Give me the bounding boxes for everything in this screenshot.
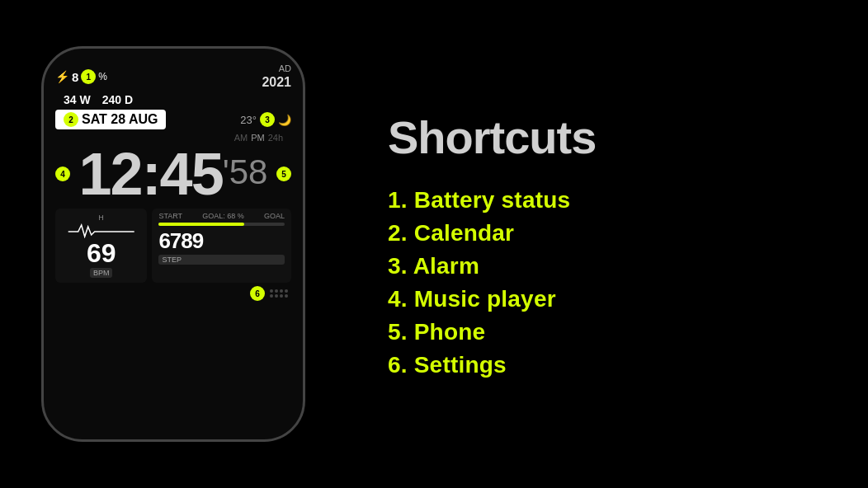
dot	[275, 289, 278, 293]
heart-rate-label: H	[98, 214, 104, 222]
shortcuts-list: 1. Battery status2. Calendar3. Alarm4. M…	[388, 187, 827, 378]
date-box: 2 SAT 28 AUG	[55, 110, 166, 129]
moon-icon: 🌙	[278, 114, 291, 126]
shortcuts-list-item: 2. Calendar	[388, 220, 827, 246]
health-row: H 69 BPM START GOAL: 68 % GOAL 6789 STEP	[55, 209, 291, 283]
step-value: 6789	[158, 228, 285, 254]
dot	[280, 289, 283, 293]
watch-panel: ⚡ 8 1 % AD 2021 34 W 240 D 2 SAT 28 AUG …	[0, 0, 347, 488]
badge-2[interactable]: 2	[64, 112, 78, 127]
goal-row: START GOAL: 68 % GOAL	[158, 212, 285, 220]
dot	[275, 294, 278, 298]
shortcuts-list-item: 5. Phone	[388, 319, 827, 345]
bolt-icon: ⚡	[55, 70, 69, 83]
shortcuts-list-item: 3. Alarm	[388, 253, 827, 279]
ad-area: AD 2021	[262, 63, 291, 90]
watch-face: ⚡ 8 1 % AD 2021 34 W 240 D 2 SAT 28 AUG …	[41, 46, 305, 442]
dot	[270, 289, 273, 293]
badge-4[interactable]: 4	[55, 167, 70, 181]
ecg-icon	[62, 223, 140, 238]
year: 2021	[262, 74, 291, 90]
battery-num: 8	[72, 70, 78, 84]
step-label: STEP	[158, 255, 285, 265]
steps-w: 34 W	[64, 93, 91, 106]
badge-3[interactable]: 3	[260, 112, 275, 127]
heart-rate-widget: H 69 BPM	[55, 209, 147, 283]
battery-area: ⚡ 8 1 %	[55, 69, 107, 84]
time-main: 12:45	[79, 144, 223, 204]
dot	[285, 294, 288, 298]
weather-temp: 23°	[240, 114, 257, 126]
date-text: SAT 28 AUG	[82, 112, 158, 127]
time-row: 4 12:45 '58 5	[55, 144, 291, 204]
badge-5[interactable]: 5	[276, 167, 291, 181]
goal-end: GOAL	[264, 212, 285, 220]
shortcuts-list-item: 4. Music player	[388, 286, 827, 312]
goal-bar-fill	[158, 223, 244, 226]
goal-label: GOAL: 68 %	[202, 212, 244, 220]
ad-label: AD	[262, 63, 291, 74]
date-row: 2 SAT 28 AUG 23° 3 🌙	[55, 110, 291, 129]
dot	[280, 294, 283, 298]
weather-area: 23° 3 🌙	[240, 112, 291, 127]
shortcuts-list-item: 1. Battery status	[388, 187, 827, 214]
shortcuts-title: Shortcuts	[388, 110, 827, 164]
heart-rate-value: 69	[87, 240, 116, 266]
time-seconds: '58	[223, 152, 268, 192]
steps-d: 240 D	[102, 93, 133, 106]
watch-top-row: ⚡ 8 1 % AD 2021	[55, 63, 291, 90]
pm-label: PM	[251, 133, 265, 143]
badge-1[interactable]: 1	[81, 69, 96, 84]
dot	[270, 294, 273, 298]
dot	[285, 289, 288, 293]
battery-pct: %	[98, 71, 107, 82]
shortcuts-list-item: 6. Settings	[388, 352, 827, 378]
24h-label: 24h	[268, 133, 283, 143]
am-label: AM	[234, 133, 248, 143]
steps-row: 34 W 240 D	[55, 93, 291, 106]
goal-bar	[158, 223, 285, 226]
dot-grid	[270, 289, 288, 298]
bpm-label: BPM	[90, 268, 113, 278]
dots-row: 6	[55, 286, 291, 301]
goal-start: START	[158, 212, 182, 220]
step-widget: START GOAL: 68 % GOAL 6789 STEP	[152, 209, 291, 283]
badge-6[interactable]: 6	[250, 286, 265, 301]
right-panel: Shortcuts 1. Battery status2. Calendar3.…	[347, 0, 868, 488]
